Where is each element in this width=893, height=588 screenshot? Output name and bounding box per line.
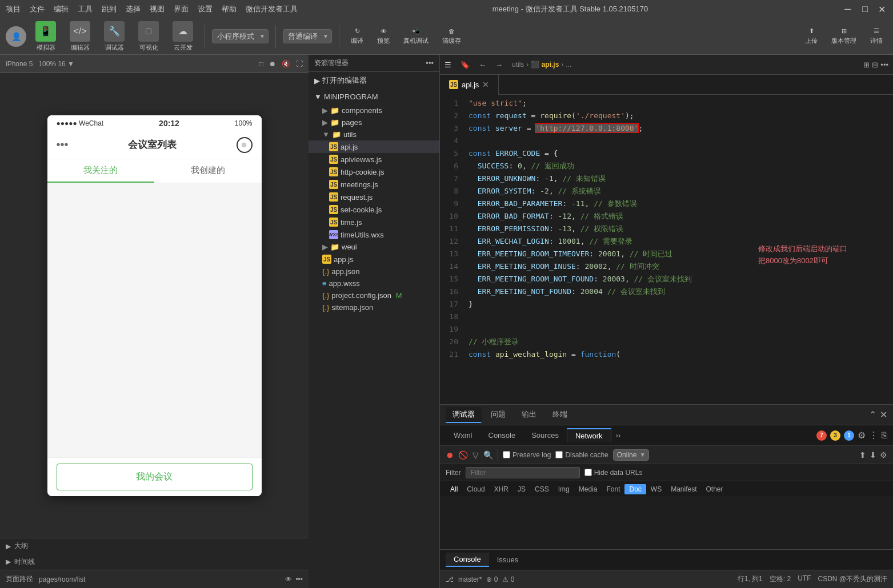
disable-cache-checkbox[interactable] — [555, 451, 563, 458]
app-json-file[interactable]: {.} app.json — [309, 265, 439, 277]
filter-js[interactable]: JS — [513, 484, 530, 494]
editor-icon[interactable]: </> — [70, 21, 90, 42]
issues-tab[interactable]: 问题 — [484, 407, 512, 423]
timeutils-wxs-file[interactable]: WXS timeUtils.wxs — [309, 228, 439, 241]
miniprogram-header[interactable]: ▼ MINIPROGRAM — [309, 89, 439, 104]
phone-tabs[interactable]: 我关注的 我创建的 — [47, 159, 262, 183]
device-debug-btn[interactable]: 📲 真机调试 — [399, 25, 433, 47]
audio-icon[interactable]: 🔇 — [282, 60, 290, 68]
cloud-btn[interactable]: ☁ 云开发 — [168, 19, 198, 54]
console-bottom-tab[interactable]: Console — [446, 553, 489, 567]
phone-record-icon[interactable]: ⏺ — [237, 137, 253, 153]
console-sub-tab[interactable]: Console — [480, 429, 524, 442]
filter-all[interactable]: All — [446, 484, 462, 494]
wxml-sub-tab[interactable]: Wxml — [446, 429, 480, 442]
open-editor-header[interactable]: ▶ 打开的编辑器 — [309, 72, 439, 89]
clear-cache-btn[interactable]: 🗑 清缓存 — [438, 26, 466, 47]
time-js-file[interactable]: JS time.js — [309, 216, 439, 228]
editor-sidebar-toggle[interactable]: ☰ — [440, 61, 456, 69]
project-config-json-file[interactable]: {.} project.config.json M — [309, 289, 439, 301]
app-js-file[interactable]: JS app.js — [309, 253, 439, 265]
simulator-btn[interactable]: 📱 模拟器 — [31, 19, 61, 54]
settings-icon[interactable]: ⚙ — [858, 430, 866, 441]
filter-font[interactable]: Font — [602, 484, 624, 494]
filter-btn[interactable]: ▽ — [472, 450, 479, 460]
devtools-close-icon[interactable]: ✕ — [880, 409, 887, 420]
network-sub-tab[interactable]: Network — [567, 428, 611, 442]
editor-split-icon[interactable]: ⊞ — [863, 61, 870, 69]
preview-btn[interactable]: 👁 预览 — [373, 26, 394, 47]
apiviewws-js-file[interactable]: JS apiviewws.js — [309, 153, 439, 166]
version-btn[interactable]: ⊞ 版本管理 — [827, 25, 861, 47]
editor-nav-forward[interactable]: → — [491, 61, 507, 69]
code-editor[interactable]: 12345 678910 1112131415 1617181920 21 "u… — [440, 95, 893, 404]
preserve-log-label[interactable]: Preserve log — [503, 451, 551, 459]
mode-select-wrap[interactable]: 小程序模式 — [212, 29, 269, 43]
pages-folder[interactable]: ▶ 📁 pages — [309, 116, 439, 128]
filter-manifest[interactable]: Manifest — [666, 484, 701, 494]
page-icon[interactable]: 👁 — [285, 575, 292, 583]
preserve-log-checkbox[interactable] — [503, 451, 510, 458]
filter-doc[interactable]: Doc — [624, 484, 646, 494]
hide-data-urls-checkbox[interactable] — [584, 469, 592, 476]
search-network-btn[interactable]: 🔍 — [483, 450, 493, 460]
utils-folder[interactable]: ▼ 📁 utils — [309, 128, 439, 140]
menu-bar[interactable]: 项目 文件 编辑 工具 跳到 选择 视图 界面 设置 帮助 微信开发者工具 — [6, 4, 298, 14]
bottom-more[interactable]: ••• — [295, 575, 303, 583]
filter-img[interactable]: Img — [554, 484, 574, 494]
devtools-collapse-icon[interactable]: ⌃ — [869, 409, 876, 420]
sources-sub-tab[interactable]: Sources — [523, 429, 567, 442]
record-icon[interactable]: ⏺ — [269, 60, 276, 68]
resource-more-icon[interactable]: ••• — [426, 59, 434, 67]
api-js-tab-close[interactable]: ✕ — [482, 80, 489, 89]
panel-copy-icon[interactable]: ⎘ — [882, 430, 887, 441]
phone-tab-created[interactable]: 我创建的 — [154, 159, 262, 183]
menu-item-devtool[interactable]: 微信开发者工具 — [246, 4, 298, 14]
terminal-tab[interactable]: 终端 — [546, 407, 574, 423]
visual-btn[interactable]: □ 可视化 — [134, 19, 163, 54]
compile-select[interactable]: 普通编译 — [283, 29, 332, 43]
hide-data-urls-label[interactable]: Hide data URLs — [584, 469, 643, 477]
mode-select[interactable]: 小程序模式 — [212, 29, 269, 43]
maximize-button[interactable]: □ — [860, 4, 870, 14]
api-js-file[interactable]: JS api.js — [309, 140, 439, 153]
detail-btn[interactable]: ☰ 详情 — [866, 25, 887, 47]
http-cookie-js-file[interactable]: JS http-cookie.js — [309, 166, 439, 178]
menu-item-select[interactable]: 选择 — [126, 4, 141, 14]
debugger-tab[interactable]: 调试器 — [446, 407, 482, 423]
phone-tab-following[interactable]: 我关注的 — [47, 159, 155, 183]
filter-cloud[interactable]: Cloud — [462, 484, 489, 494]
request-js-file[interactable]: JS request.js — [309, 191, 439, 203]
upload-btn[interactable]: ⬆ 上传 — [800, 25, 822, 47]
visual-icon[interactable]: □ — [138, 21, 159, 42]
compile-btn[interactable]: ↻ 编译 — [346, 25, 368, 47]
menu-item-tool[interactable]: 工具 — [78, 4, 93, 14]
online-select[interactable]: Online — [613, 449, 649, 461]
network-settings-icon[interactable]: ⚙ — [880, 450, 887, 460]
sitemap-json-file[interactable]: {.} sitemap.json — [309, 301, 439, 313]
filter-ws[interactable]: WS — [646, 484, 666, 494]
close-button[interactable]: ✕ — [877, 4, 887, 14]
editor-layout-icon[interactable]: ⊟ — [872, 61, 878, 69]
my-meeting-btn[interactable]: 我的会议 — [57, 464, 253, 490]
editor-btn[interactable]: </> 编辑器 — [65, 19, 95, 54]
filter-xhr[interactable]: XHR — [490, 484, 513, 494]
minimize-button[interactable]: ─ — [843, 4, 853, 14]
timeline-section[interactable]: ▶ 时间线 — [0, 554, 309, 570]
editor-more-icon[interactable]: ••• — [880, 61, 888, 69]
weui-folder[interactable]: ▶ 📁 weui — [309, 241, 439, 253]
cloud-icon[interactable]: ☁ — [173, 21, 193, 42]
menu-item-settings[interactable]: 设置 — [198, 4, 213, 14]
menu-item-edit[interactable]: 编辑 — [54, 4, 69, 14]
menu-item-help[interactable]: 帮助 — [222, 4, 237, 14]
meetings-js-file[interactable]: JS meetings.js — [309, 178, 439, 191]
debugger-icon[interactable]: 🔧 — [104, 21, 125, 42]
menu-item-file[interactable]: 文件 — [30, 4, 45, 14]
app-wxss-file[interactable]: ≡ app.wxss — [309, 277, 439, 289]
filter-other[interactable]: Other — [702, 484, 728, 494]
fullscreen-icon[interactable]: ⛶ — [296, 60, 303, 68]
menu-item-goto[interactable]: 跳到 — [102, 4, 117, 14]
import-icon[interactable]: ⬆ — [859, 450, 866, 460]
filter-input[interactable] — [466, 467, 580, 478]
screen-icon[interactable]: □ — [259, 60, 263, 68]
